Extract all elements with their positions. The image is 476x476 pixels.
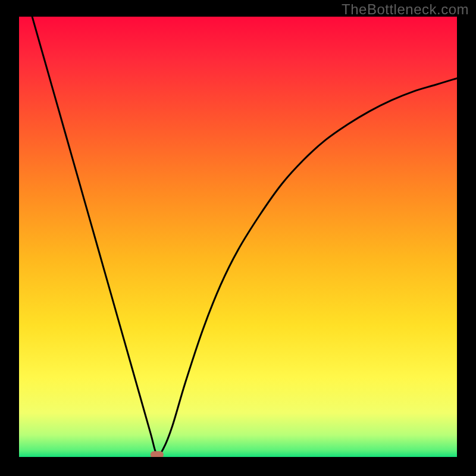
gradient-background	[19, 17, 457, 457]
minimum-marker	[151, 451, 164, 457]
chart-frame: TheBottleneck.com	[0, 0, 476, 476]
plot-area	[19, 17, 457, 457]
chart-svg	[19, 17, 457, 457]
watermark-text: TheBottleneck.com	[342, 1, 469, 18]
